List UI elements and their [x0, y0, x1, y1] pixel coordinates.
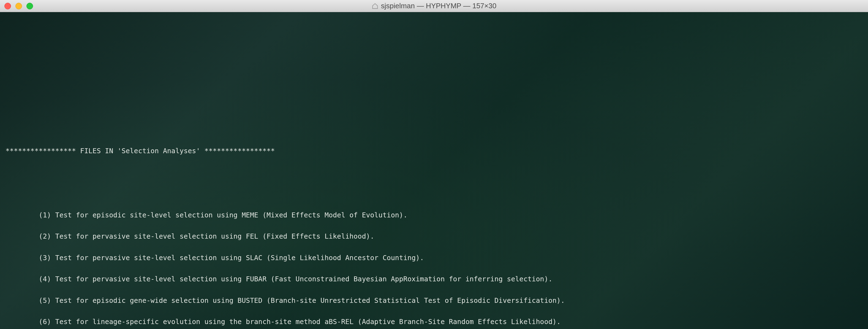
menu-item: (6) Test for lineage-specific evolution …: [5, 317, 863, 327]
home-icon: [372, 3, 378, 9]
terminal-content: ***************** FILES IN 'Selection An…: [5, 50, 863, 329]
terminal-window: sjspielman — HYPHYMP — 157×30 **********…: [0, 0, 868, 329]
traffic-lights: [4, 3, 33, 9]
menu-item: (5) Test for episodic gene-wide selectio…: [5, 295, 863, 306]
zoom-button[interactable]: [26, 3, 33, 9]
menu-item: (1) Test for episodic site-level selecti…: [5, 210, 863, 221]
close-button[interactable]: [4, 3, 11, 9]
terminal-body[interactable]: ***************** FILES IN 'Selection An…: [0, 12, 868, 329]
minimize-button[interactable]: [16, 3, 22, 9]
window-title-text: sjspielman — HYPHYMP — 157×30: [381, 2, 496, 10]
menu-item: (2) Test for pervasive site-level select…: [5, 231, 863, 242]
titlebar[interactable]: sjspielman — HYPHYMP — 157×30: [0, 0, 868, 12]
window-title: sjspielman — HYPHYMP — 157×30: [372, 2, 496, 10]
section-header: ***************** FILES IN 'Selection An…: [5, 146, 863, 157]
menu-item: (4) Test for pervasive site-level select…: [5, 274, 863, 285]
menu-item: (3) Test for pervasive site-level select…: [5, 253, 863, 264]
